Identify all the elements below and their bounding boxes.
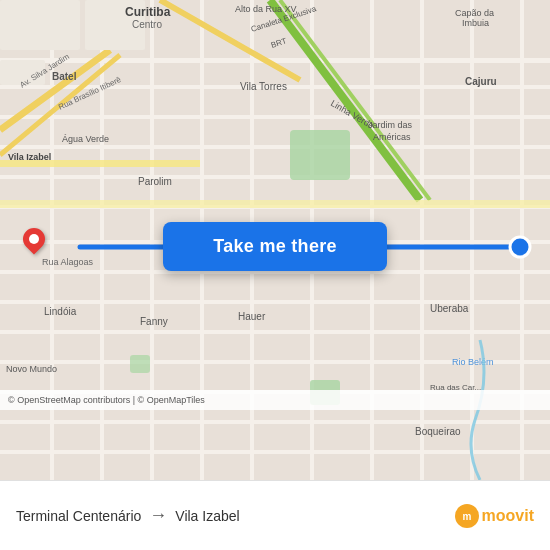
svg-text:Américas: Américas — [373, 132, 411, 142]
svg-rect-36 — [130, 355, 150, 373]
svg-text:Lindóia: Lindóia — [44, 306, 77, 317]
svg-text:Vila Izabel: Vila Izabel — [8, 152, 51, 162]
svg-text:Capão da: Capão da — [455, 8, 494, 18]
moovit-logo: m moovit — [455, 504, 534, 528]
svg-rect-14 — [0, 450, 550, 454]
bottom-bar: Terminal Centenário → Vila Izabel m moov… — [0, 480, 550, 550]
svg-text:Vila Torres: Vila Torres — [240, 81, 287, 92]
route-from: Terminal Centenário — [16, 508, 141, 524]
svg-text:Boqueirao: Boqueirao — [415, 426, 461, 437]
svg-rect-13 — [0, 420, 550, 424]
svg-text:Imbuia: Imbuia — [462, 18, 489, 28]
svg-text:Rua Alagoas: Rua Alagoas — [42, 257, 94, 267]
svg-rect-5 — [0, 175, 550, 179]
take-me-there-button[interactable]: Take me there — [163, 222, 387, 271]
svg-rect-4 — [0, 145, 550, 149]
svg-text:Rio Belém: Rio Belém — [452, 357, 494, 367]
route-info: Terminal Centenário → Vila Izabel — [16, 505, 240, 526]
svg-rect-3 — [0, 115, 550, 119]
moovit-icon: m — [455, 504, 479, 528]
map-container: Curitiba Centro Alto da Rua XV Canaleta … — [0, 0, 550, 480]
copyright-bar: © OpenStreetMap contributors | © OpenMap… — [0, 390, 550, 410]
svg-text:Jardim das: Jardim das — [368, 120, 413, 130]
svg-text:Cajuru: Cajuru — [465, 76, 497, 87]
moovit-text: moovit — [482, 507, 534, 525]
svg-text:m: m — [462, 511, 471, 522]
button-label: Take me there — [213, 236, 337, 257]
svg-text:Fanny: Fanny — [140, 316, 168, 327]
svg-rect-1 — [0, 58, 550, 63]
route-to: Vila Izabel — [175, 508, 239, 524]
route-arrow-icon: → — [149, 505, 167, 526]
origin-marker — [20, 228, 48, 256]
svg-text:Uberaba: Uberaba — [430, 303, 469, 314]
svg-rect-10 — [0, 330, 550, 334]
svg-text:Novo Mundo: Novo Mundo — [6, 364, 57, 374]
svg-text:Parolim: Parolim — [138, 176, 172, 187]
moovit-icon-svg: m — [459, 508, 475, 524]
svg-rect-34 — [290, 130, 350, 180]
svg-text:Centro: Centro — [132, 19, 162, 30]
svg-text:Batel: Batel — [52, 71, 77, 82]
copyright-text: © OpenStreetMap contributors | © OpenMap… — [8, 395, 205, 405]
svg-point-33 — [510, 237, 530, 257]
svg-text:Hauer: Hauer — [238, 311, 266, 322]
svg-rect-30 — [0, 200, 550, 208]
svg-text:Curitiba: Curitiba — [125, 5, 171, 19]
svg-text:Água Verde: Água Verde — [62, 134, 109, 144]
svg-rect-37 — [0, 0, 80, 50]
